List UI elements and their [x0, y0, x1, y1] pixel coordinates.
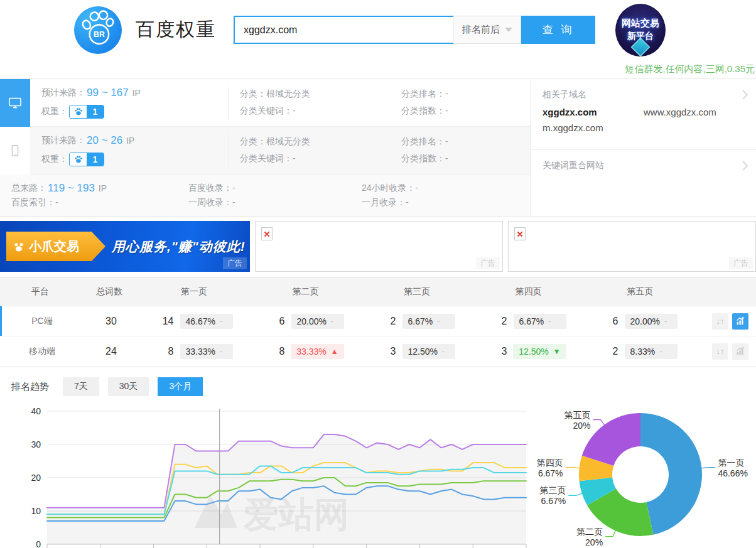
site-trade-badge[interactable]: 网站交易 新平台	[615, 4, 666, 56]
query-button[interactable]: 查 询	[521, 16, 595, 44]
sort-button[interactable]: ↓↑	[712, 343, 728, 360]
page1-cell: 8 33.33%-	[140, 344, 251, 359]
svg-text:第三页: 第三页	[539, 485, 566, 495]
trend-icon: -	[220, 347, 222, 356]
pc-category-rank: 分类排名：-	[401, 89, 531, 100]
sort-button[interactable]: ↓↑	[712, 313, 728, 330]
table-row-pc: PC端 30 14 46.67%- 6 20.00%- 2 6.67%- 2 6…	[0, 306, 756, 336]
col-header-page1: 第一页	[138, 286, 250, 298]
chart-toggle-button[interactable]	[732, 313, 748, 330]
total-traffic: 总来路： 119 ~ 193 IP	[11, 181, 188, 195]
pct-badge: 20.00%-	[291, 314, 344, 329]
ad-brand-name: 小爪交易	[29, 238, 79, 255]
trend-section-header: 排名趋势 7天 30天 3个月	[11, 377, 756, 396]
trend-label: 排名趋势	[11, 381, 49, 393]
monitor-icon	[8, 95, 23, 110]
baidu-index: 百度索引：-	[11, 195, 188, 210]
ads-row: 小爪交易 用心服务,"赚"动彼此! 广告 广告 广告	[0, 221, 756, 272]
trend-chart-icon	[735, 316, 746, 327]
baidu-rank-logo: BR	[74, 6, 122, 54]
platform-label: 移动端	[2, 346, 82, 357]
mobile-weight-badge[interactable]: 1	[69, 153, 104, 166]
svg-text:20: 20	[31, 473, 41, 483]
pct-badge: 8.33%-	[625, 344, 678, 359]
mobile-category: 分类：根域无分类	[240, 136, 390, 148]
tab-3months[interactable]: 3个月	[158, 377, 203, 396]
broken-image-icon	[514, 227, 526, 240]
svg-text:第四页: 第四页	[537, 458, 563, 468]
pct-badge: 33.33%▲	[291, 344, 343, 359]
h24-included: 24小时收录：-	[362, 181, 531, 195]
pct-badge: 20.00%-	[625, 314, 678, 329]
baidu-included: 百度收录：-	[188, 181, 362, 195]
page4-cell: 3 12.50%▼	[473, 344, 585, 359]
search-bar: 排名前后 查 询	[234, 16, 595, 44]
pct-badge: 33.33%-	[180, 344, 233, 359]
page2-cell: 8 33.33%▲	[251, 344, 362, 359]
col-header-page3: 第三页	[361, 286, 473, 298]
ad-tag: 广告	[223, 257, 247, 269]
pc-stats-row: 预计来路： 99 ~ 167 IP 权重：	[30, 79, 531, 127]
promo-row: 短信群发,任何内容,三网,0.35元	[0, 60, 756, 78]
ad-placeholder-1[interactable]: 广告	[255, 221, 503, 272]
week-included: 一周收录：-	[188, 195, 362, 210]
chevron-right-icon[interactable]	[740, 88, 750, 104]
subdomain-link[interactable]: www.xggdzx.com	[644, 107, 745, 117]
sms-promo-link[interactable]: 短信群发,任何内容,三网,0.35元	[625, 63, 755, 75]
rank-order-dropdown[interactable]: 排名前后	[453, 16, 521, 44]
pc-category: 分类：根域无分类	[240, 89, 390, 100]
pc-weight-badge[interactable]: 1	[69, 105, 104, 119]
page-title: 百度权重	[136, 17, 216, 43]
svg-text:第一页: 第一页	[718, 458, 744, 468]
mobile-category-index: 分类指数：-	[401, 153, 531, 164]
totals-row: 总来路： 119 ~ 193 IP 百度收录：- 24小时收录：- 百度索引：-…	[0, 175, 531, 216]
svg-text:第五页: 第五页	[564, 410, 591, 420]
paw-icon	[70, 105, 87, 118]
mobile-stats-row: 预计来路： 20 ~ 26 IP 权重：	[30, 127, 531, 175]
overview-section: 预计来路： 99 ~ 167 IP 权重：	[0, 78, 756, 217]
header: BR 百度权重 排名前后 查 询 网站交易 新平台	[0, 0, 756, 60]
table-row-mobile: 移动端 24 8 33.33%- 8 33.33%▲ 3 12.50%- 3 1…	[0, 336, 756, 366]
subdomain-link[interactable]: xggdzx.com	[543, 107, 644, 117]
pc-category-index: 分类指数：-	[401, 105, 531, 117]
month-included: 一月收录：-	[362, 195, 531, 210]
svg-text:40: 40	[31, 406, 41, 416]
svg-text:20%: 20%	[573, 421, 590, 431]
page5-cell: 2 8.33%-	[585, 344, 696, 359]
trend-icon: -	[331, 317, 333, 326]
svg-text:30: 30	[31, 439, 41, 449]
xiaozhua-ad-banner[interactable]: 小爪交易 用心服务,"赚"动彼此! 广告	[0, 221, 250, 272]
keyword-table-header: 平台 总词数 第一页 第二页 第三页 第四页 第五页	[0, 277, 756, 306]
page5-cell: 6 20.00%-	[585, 314, 696, 329]
paw-logo-icon: BR	[74, 6, 122, 54]
mobile-category-rank: 分类排名：-	[401, 136, 531, 148]
keyword-table: 平台 总词数 第一页 第二页 第三页 第四页 第五页 PC端 30 14 46.…	[0, 277, 756, 367]
subdomain-link[interactable]: m.xggdzx.com	[543, 122, 644, 133]
tab-7days[interactable]: 7天	[63, 377, 99, 396]
svg-text:10: 10	[31, 506, 41, 516]
chevron-right-icon[interactable]	[740, 159, 750, 175]
trend-chart-icon	[735, 346, 746, 357]
trend-icon: -	[548, 317, 551, 326]
chart-toggle-button[interactable]	[732, 343, 748, 360]
page3-cell: 2 6.67%-	[362, 314, 473, 329]
page-distribution-donut-chart[interactable]: 第一页46.66%第二页20%第三页6.67%第四页6.67%第五页20%	[531, 402, 756, 548]
svg-text:第二页: 第二页	[576, 527, 603, 537]
ad-placeholder-2[interactable]: 广告	[508, 221, 756, 272]
page4-cell: 2 6.67%-	[473, 314, 585, 329]
pc-category-keyword: 分类关键词：-	[240, 105, 390, 117]
svg-text:0: 0	[36, 539, 41, 548]
tab-mobile[interactable]	[0, 127, 30, 175]
ad-tag: 广告	[729, 257, 753, 269]
tab-30days[interactable]: 30天	[108, 377, 149, 396]
search-input[interactable]	[234, 16, 453, 44]
pct-badge: 6.67%-	[402, 314, 455, 329]
page1-cell: 14 46.67%-	[140, 314, 251, 329]
col-header-page4: 第四页	[473, 286, 585, 298]
mobile-weight-value: 1	[87, 153, 104, 166]
phone-icon	[8, 143, 22, 158]
rank-trend-line-chart[interactable]: 010203040爱站网	[0, 402, 531, 548]
subdomains-panel: 相关子域名 xggdzx.com www.xggdzx.com m.xggdzx…	[531, 79, 756, 150]
tab-pc[interactable]	[0, 79, 30, 127]
total-words: 30	[82, 316, 140, 327]
